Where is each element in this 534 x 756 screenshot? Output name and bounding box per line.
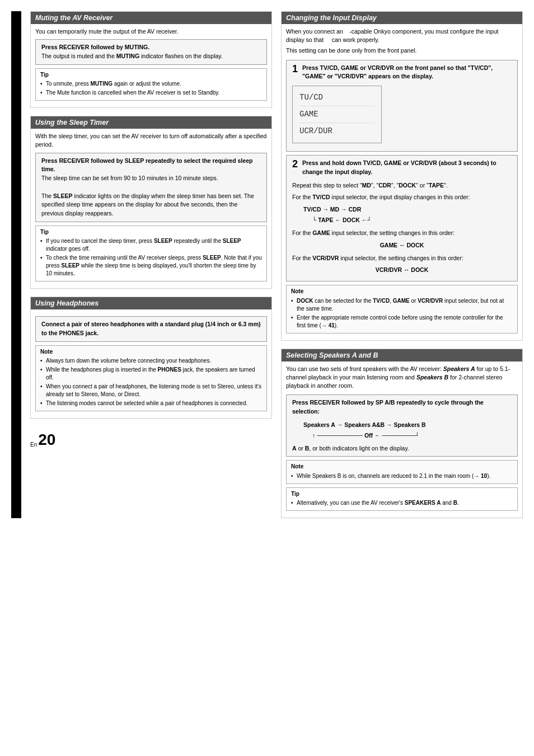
display-option-game: GAME bbox=[299, 106, 374, 123]
display-option-tucd: TU/CD bbox=[299, 90, 374, 106]
headphones-instruction: Connect a pair of stereo headphones with… bbox=[35, 316, 267, 342]
headphones-instruction-text: Connect a pair of stereo headphones with… bbox=[41, 321, 260, 336]
headphones-note-2: While the headphones plug is inserted in… bbox=[40, 366, 262, 382]
speakers-tip-list: Alternatively, you can use the AV receiv… bbox=[291, 499, 513, 507]
section-headphones-body: Connect a pair of stereo headphones with… bbox=[31, 309, 271, 418]
speakers-instruction-text: Press RECEIVER followed by SP A/B repeat… bbox=[292, 399, 484, 415]
speakers-indicator-note: A or B, or both indicators light on the … bbox=[292, 444, 512, 453]
muting-intro: You can temporarily mute the output of t… bbox=[35, 27, 267, 36]
section-speakers-body: You can use two sets of front speakers w… bbox=[282, 361, 522, 518]
speakers-instruction: Press RECEIVER followed by SP A/B repeat… bbox=[286, 395, 518, 457]
speakers-note-label: Note bbox=[291, 463, 513, 471]
section-input-display: Changing the Input Display When you conn… bbox=[281, 11, 523, 341]
headphones-note: Note Always turn down the volume before … bbox=[35, 345, 267, 412]
muting-tip-list: To unmute, press MUTING again or adjust … bbox=[40, 80, 262, 97]
section-headphones: Using Headphones Connect a pair of stere… bbox=[30, 297, 272, 419]
section-muting-title: Muting the AV Receiver bbox=[31, 12, 271, 24]
game-flow-text: GAME ↔ DOCK bbox=[380, 242, 424, 248]
muting-instruction-detail: The output is muted and the MUTING indic… bbox=[41, 53, 223, 59]
section-sleep-body: With the sleep timer, you can set the AV… bbox=[31, 129, 271, 288]
lang-label: En bbox=[30, 442, 37, 448]
speakers-intro: You can use two sets of front speakers w… bbox=[286, 365, 518, 391]
section-muting-body: You can temporarily mute the output of t… bbox=[31, 24, 271, 107]
sleep-tip: Tip If you need to cancel the sleep time… bbox=[35, 226, 267, 282]
input-display-note-list: DOCK can be selected for the TV/CD, GAME… bbox=[291, 297, 513, 330]
speakers-flow-line1: Speakers A → Speakers A&B → Speakers B bbox=[303, 420, 512, 430]
sleep-tip-item-2: To check the time remaining until the AV… bbox=[40, 254, 262, 278]
headphones-note-list: Always turn down the volume before conne… bbox=[40, 357, 262, 407]
display-option-vcrdvr: UCR/DUR bbox=[299, 123, 374, 139]
step-2-row: 2 Press and hold down TV/CD, GAME or VCR… bbox=[292, 159, 512, 177]
section-speakers-title: Selecting Speakers A and B bbox=[282, 349, 522, 361]
headphones-note-1: Always turn down the volume before conne… bbox=[40, 357, 262, 365]
vcrdvr-flow-text: VCR/DVR ↔ DOCK bbox=[376, 266, 429, 273]
vcrdvr-flow: VCR/DVR ↔ DOCK bbox=[292, 265, 512, 275]
input-display-intro-1: When you connect an -capable Onkyo compo… bbox=[286, 27, 518, 44]
tvcd-flow-label: For the TV/CD input selector, the input … bbox=[292, 193, 512, 202]
muting-tip-item-1: To unmute, press MUTING again or adjust … bbox=[40, 80, 262, 88]
section-speakers: Selecting Speakers A and B You can use t… bbox=[281, 349, 523, 519]
speakers-note-1: While Speakers B is on, channels are red… bbox=[291, 472, 513, 480]
speakers-tip-label: Tip bbox=[291, 490, 513, 499]
right-column: Changing the Input Display When you conn… bbox=[281, 11, 523, 518]
input-display-note-label: Note bbox=[291, 288, 513, 296]
muting-instruction: Press RECEIVER followed by MUTING. The o… bbox=[35, 39, 267, 65]
main-content: Muting the AV Receiver You can temporari… bbox=[30, 11, 523, 518]
vcrdvr-flow-label: For the VCR/DVR input selector, the sett… bbox=[292, 254, 512, 263]
section-input-display-title: Changing the Input Display bbox=[282, 12, 522, 24]
sleep-instruction-title: Press RECEIVER followed by SLEEP repeate… bbox=[41, 157, 252, 173]
input-display-note: Note DOCK can be selected for the TV/CD,… bbox=[286, 285, 518, 334]
muting-tip-label: Tip bbox=[40, 71, 262, 79]
section-headphones-title: Using Headphones bbox=[31, 297, 271, 309]
sleep-instruction-detail1: The sleep time can be set from 90 to 10 … bbox=[41, 175, 218, 181]
sleep-instruction-detail2: The SLEEP indicator lights on the displa… bbox=[41, 192, 254, 217]
step-2-box: 2 Press and hold down TV/CD, GAME or VCR… bbox=[286, 155, 518, 281]
muting-instruction-press: Press RECEIVER followed by MUTING. bbox=[41, 44, 149, 50]
display-options-box: TU/CD GAME UCR/DUR bbox=[292, 86, 382, 143]
sleep-intro: With the sleep timer, you can set the AV… bbox=[35, 132, 267, 149]
tvcd-flow: TV/CD → MD → CDR └ TAPE ← DOCK ←┘ bbox=[292, 204, 512, 226]
speakers-tip-1: Alternatively, you can use the AV receiv… bbox=[291, 499, 513, 507]
step-2-number: 2 bbox=[292, 159, 298, 170]
muting-tip-item-2: The Mute function is cancelled when the … bbox=[40, 89, 262, 97]
step-1-text: Press TV/CD, GAME or VCR/DVR on the fron… bbox=[302, 64, 512, 82]
step-1-row: 1 Press TV/CD, GAME or VCR/DVR on the fr… bbox=[292, 64, 512, 82]
input-display-note-2: Enter the appropriate remote control cod… bbox=[291, 314, 513, 330]
headphones-note-4: The listening modes cannot be selected w… bbox=[40, 400, 262, 407]
headphones-note-label: Note bbox=[40, 348, 262, 356]
game-flow: GAME ↔ DOCK bbox=[292, 240, 512, 251]
step-1-box: 1 Press TV/CD, GAME or VCR/DVR on the fr… bbox=[286, 60, 518, 152]
sleep-instruction: Press RECEIVER followed by SLEEP repeate… bbox=[35, 153, 267, 222]
input-display-intro-2: This setting can be done only from the f… bbox=[286, 46, 518, 55]
sleep-tip-item-1: If you need to cancel the sleep timer, p… bbox=[40, 237, 262, 253]
page-footer: En 20 bbox=[30, 432, 272, 448]
tvcd-flow-line2: └ TAPE ← DOCK ←┘ bbox=[303, 215, 512, 226]
speakers-note: Note While Speakers B is on, channels ar… bbox=[286, 460, 518, 484]
left-sidebar-bar bbox=[11, 11, 21, 518]
section-input-display-body: When you connect an -capable Onkyo compo… bbox=[282, 24, 522, 340]
section-sleep: Using the Sleep Timer With the sleep tim… bbox=[30, 116, 272, 289]
input-display-note-1: DOCK can be selected for the TV/CD, GAME… bbox=[291, 297, 513, 313]
step-2-text: Press and hold down TV/CD, GAME or VCR/D… bbox=[302, 159, 512, 177]
headphones-note-3: When you connect a pair of headphones, t… bbox=[40, 383, 262, 398]
section-sleep-title: Using the Sleep Timer bbox=[31, 116, 271, 129]
speakers-note-list: While Speakers B is on, channels are red… bbox=[291, 472, 513, 480]
sleep-tip-label: Tip bbox=[40, 228, 262, 237]
section-muting: Muting the AV Receiver You can temporari… bbox=[30, 11, 272, 108]
step-2-repeat: Repeat this step to select "MD", "CDR", … bbox=[292, 181, 512, 190]
step-1-number: 1 bbox=[292, 64, 298, 75]
muting-tip: Tip To unmute, press MUTING again or adj… bbox=[35, 68, 267, 101]
speakers-tip: Tip Alternatively, you can use the AV re… bbox=[286, 487, 518, 511]
left-column: Muting the AV Receiver You can temporari… bbox=[30, 11, 272, 518]
sleep-tip-list: If you need to cancel the sleep timer, p… bbox=[40, 237, 262, 278]
speakers-flow-line2: ↑ ─────────── Off ← ────────┘ bbox=[303, 430, 512, 441]
page: Muting the AV Receiver You can temporari… bbox=[11, 11, 523, 518]
page-number: 20 bbox=[38, 432, 55, 448]
tvcd-flow-line1: TV/CD → MD → CDR bbox=[303, 204, 512, 215]
game-flow-label: For the GAME input selector, the setting… bbox=[292, 229, 512, 238]
speakers-flow: Speakers A → Speakers A&B → Speakers B ↑… bbox=[292, 420, 512, 441]
